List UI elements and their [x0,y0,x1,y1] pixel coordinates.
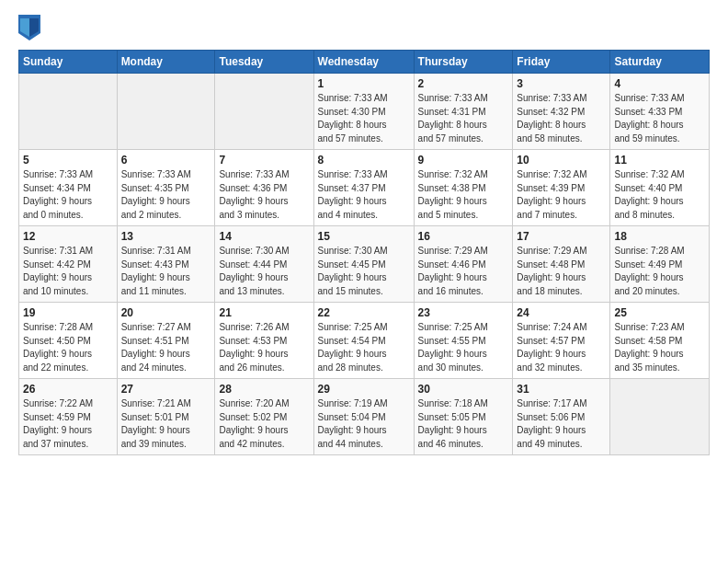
day-info: Sunrise: 7:21 AMSunset: 5:01 PMDaylight:… [121,397,211,451]
logo [18,15,44,40]
day-info: Sunrise: 7:33 AMSunset: 4:34 PMDaylight:… [23,168,113,222]
calendar-cell: 28Sunrise: 7:20 AMSunset: 5:02 PMDayligh… [215,379,313,455]
calendar-cell [19,74,118,150]
day-number: 22 [318,306,410,319]
calendar-cell: 13Sunrise: 7:31 AMSunset: 4:43 PMDayligh… [117,226,215,303]
calendar-table: Sunday Monday Tuesday Wednesday Thursday… [18,50,710,455]
day-info: Sunrise: 7:22 AMSunset: 4:59 PMDaylight:… [23,397,113,451]
day-info: Sunrise: 7:26 AMSunset: 4:53 PMDaylight:… [219,321,309,374]
day-info: Sunrise: 7:32 AMSunset: 4:39 PMDaylight:… [517,168,606,222]
day-info: Sunrise: 7:27 AMSunset: 4:51 PMDaylight:… [121,321,211,374]
day-number: 15 [318,230,410,243]
day-number: 29 [318,383,410,396]
day-number: 13 [121,230,211,243]
calendar-cell: 18Sunrise: 7:28 AMSunset: 4:49 PMDayligh… [610,226,710,303]
calendar-cell: 16Sunrise: 7:29 AMSunset: 4:46 PMDayligh… [414,226,513,303]
day-info: Sunrise: 7:29 AMSunset: 4:46 PMDaylight:… [418,245,509,298]
calendar-cell: 21Sunrise: 7:26 AMSunset: 4:53 PMDayligh… [215,303,313,379]
day-number: 3 [517,77,606,90]
col-saturday: Saturday [610,51,710,74]
day-info: Sunrise: 7:25 AMSunset: 4:54 PMDaylight:… [318,321,410,374]
calendar-week-row: 19Sunrise: 7:28 AMSunset: 4:50 PMDayligh… [19,303,710,379]
calendar-cell: 2Sunrise: 7:33 AMSunset: 4:31 PMDaylight… [414,74,513,150]
calendar-cell: 4Sunrise: 7:33 AMSunset: 4:33 PMDaylight… [610,74,710,150]
page: Sunday Monday Tuesday Wednesday Thursday… [0,0,728,563]
day-number: 30 [418,383,509,396]
col-tuesday: Tuesday [215,51,313,74]
calendar-cell: 3Sunrise: 7:33 AMSunset: 4:32 PMDaylight… [513,74,610,150]
day-info: Sunrise: 7:30 AMSunset: 4:45 PMDaylight:… [318,245,410,298]
day-number: 18 [614,230,705,243]
calendar-cell: 25Sunrise: 7:23 AMSunset: 4:58 PMDayligh… [610,303,710,379]
day-number: 2 [418,77,509,90]
calendar-cell: 8Sunrise: 7:33 AMSunset: 4:37 PMDaylight… [313,150,414,226]
day-number: 17 [517,230,606,243]
day-number: 9 [418,154,509,167]
calendar-cell: 5Sunrise: 7:33 AMSunset: 4:34 PMDaylight… [19,150,118,226]
day-info: Sunrise: 7:33 AMSunset: 4:30 PMDaylight:… [318,92,410,145]
calendar-cell: 1Sunrise: 7:33 AMSunset: 4:30 PMDaylight… [313,74,414,150]
day-number: 25 [614,306,705,319]
day-number: 14 [219,230,309,243]
day-info: Sunrise: 7:17 AMSunset: 5:06 PMDaylight:… [517,397,606,451]
day-number: 28 [219,383,309,396]
day-info: Sunrise: 7:28 AMSunset: 4:49 PMDaylight:… [614,245,705,298]
day-info: Sunrise: 7:31 AMSunset: 4:43 PMDaylight:… [121,245,211,298]
logo-icon [18,15,40,40]
calendar-cell [215,74,313,150]
calendar-cell: 30Sunrise: 7:18 AMSunset: 5:05 PMDayligh… [414,379,513,455]
calendar-cell: 14Sunrise: 7:30 AMSunset: 4:44 PMDayligh… [215,226,313,303]
day-info: Sunrise: 7:29 AMSunset: 4:48 PMDaylight:… [517,245,606,298]
day-number: 12 [23,230,113,243]
calendar-cell: 15Sunrise: 7:30 AMSunset: 4:45 PMDayligh… [313,226,414,303]
day-number: 16 [418,230,509,243]
day-number: 7 [219,154,309,167]
day-number: 6 [121,154,211,167]
calendar-week-row: 1Sunrise: 7:33 AMSunset: 4:30 PMDaylight… [19,74,710,150]
day-info: Sunrise: 7:30 AMSunset: 4:44 PMDaylight:… [219,245,309,298]
day-number: 21 [219,306,309,319]
col-wednesday: Wednesday [313,51,414,74]
calendar-week-row: 26Sunrise: 7:22 AMSunset: 4:59 PMDayligh… [19,379,710,455]
day-number: 10 [517,154,606,167]
calendar-cell [610,379,710,455]
day-info: Sunrise: 7:18 AMSunset: 5:05 PMDaylight:… [418,397,509,451]
day-number: 11 [614,154,705,167]
calendar-cell: 20Sunrise: 7:27 AMSunset: 4:51 PMDayligh… [117,303,215,379]
calendar-cell: 22Sunrise: 7:25 AMSunset: 4:54 PMDayligh… [313,303,414,379]
day-info: Sunrise: 7:19 AMSunset: 5:04 PMDaylight:… [318,397,410,451]
calendar-cell: 29Sunrise: 7:19 AMSunset: 5:04 PMDayligh… [313,379,414,455]
day-number: 24 [517,306,606,319]
calendar-cell: 27Sunrise: 7:21 AMSunset: 5:01 PMDayligh… [117,379,215,455]
calendar-header-row: Sunday Monday Tuesday Wednesday Thursday… [19,51,710,74]
day-info: Sunrise: 7:32 AMSunset: 4:40 PMDaylight:… [614,168,705,222]
day-info: Sunrise: 7:31 AMSunset: 4:42 PMDaylight:… [23,245,113,298]
day-info: Sunrise: 7:33 AMSunset: 4:33 PMDaylight:… [614,92,705,145]
day-number: 4 [614,77,705,90]
calendar-cell: 6Sunrise: 7:33 AMSunset: 4:35 PMDaylight… [117,150,215,226]
calendar-cell: 26Sunrise: 7:22 AMSunset: 4:59 PMDayligh… [19,379,118,455]
calendar-cell: 11Sunrise: 7:32 AMSunset: 4:40 PMDayligh… [610,150,710,226]
day-info: Sunrise: 7:28 AMSunset: 4:50 PMDaylight:… [23,321,113,374]
calendar-cell: 31Sunrise: 7:17 AMSunset: 5:06 PMDayligh… [513,379,610,455]
header [18,15,710,40]
col-monday: Monday [117,51,215,74]
calendar-cell: 10Sunrise: 7:32 AMSunset: 4:39 PMDayligh… [513,150,610,226]
col-sunday: Sunday [19,51,118,74]
day-info: Sunrise: 7:24 AMSunset: 4:57 PMDaylight:… [517,321,606,374]
day-number: 23 [418,306,509,319]
day-info: Sunrise: 7:33 AMSunset: 4:31 PMDaylight:… [418,92,509,145]
day-number: 31 [517,383,606,396]
day-info: Sunrise: 7:25 AMSunset: 4:55 PMDaylight:… [418,321,509,374]
day-number: 19 [23,306,113,319]
day-info: Sunrise: 7:32 AMSunset: 4:38 PMDaylight:… [418,168,509,222]
day-info: Sunrise: 7:33 AMSunset: 4:35 PMDaylight:… [121,168,211,222]
day-info: Sunrise: 7:33 AMSunset: 4:37 PMDaylight:… [318,168,410,222]
calendar-cell: 23Sunrise: 7:25 AMSunset: 4:55 PMDayligh… [414,303,513,379]
day-info: Sunrise: 7:33 AMSunset: 4:36 PMDaylight:… [219,168,309,222]
day-number: 26 [23,383,113,396]
calendar-cell [117,74,215,150]
day-number: 8 [318,154,410,167]
day-info: Sunrise: 7:23 AMSunset: 4:58 PMDaylight:… [614,321,705,374]
day-info: Sunrise: 7:33 AMSunset: 4:32 PMDaylight:… [517,92,606,145]
